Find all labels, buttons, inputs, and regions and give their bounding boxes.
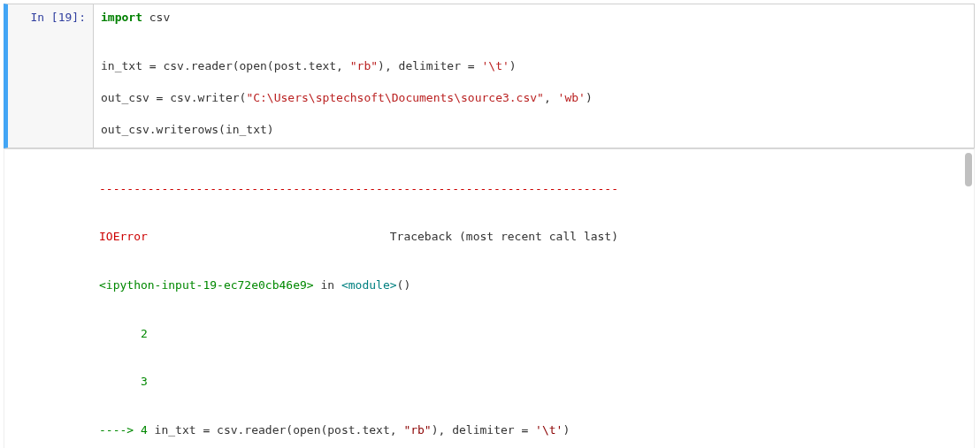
line-code: ), delimiter =	[432, 423, 535, 437]
line-code	[148, 375, 155, 388]
frame-in: in	[314, 278, 341, 292]
line-code: in_txt = csv.reader(open(post.text,	[148, 423, 404, 437]
line-number: 3	[99, 375, 148, 388]
line-string: '\t'	[535, 423, 563, 437]
line-code: )	[563, 423, 570, 437]
line-string: "rb"	[403, 423, 431, 437]
frame-parens: ()	[397, 278, 411, 292]
code-token: csv	[142, 11, 170, 24]
code-string: "rb"	[350, 59, 378, 72]
frame-location: <ipython-input-19-ec72e0cb46e9>	[99, 278, 314, 292]
traceback-dash: ----------------------------------------…	[99, 182, 618, 195]
code-token: ), delimiter =	[378, 59, 481, 72]
input-prompt: In [19]:	[8, 4, 93, 148]
scrollbar[interactable]	[963, 153, 972, 449]
output-prompt-space	[4, 149, 94, 449]
frame-module: <module>	[341, 278, 397, 292]
output-cell: ----------------------------------------…	[4, 148, 975, 449]
code-token: )	[509, 59, 517, 72]
line-code	[148, 327, 155, 340]
scrollbar-thumb[interactable]	[965, 153, 972, 186]
code-string: '\t'	[481, 59, 509, 72]
code-string: "C:\Users\sptechsoft\Documents\source3.c…	[246, 91, 544, 104]
code-editor[interactable]: import csv in_txt = csv.reader(open(post…	[93, 4, 974, 148]
prompt-label: In [19]:	[30, 11, 86, 24]
code-cell[interactable]: In [19]: import csv in_txt = csv.reader(…	[4, 4, 975, 148]
code-token: )	[586, 91, 593, 104]
line-number: 2	[99, 327, 148, 340]
error-name: IOError	[99, 230, 148, 243]
code-token: out_csv.writerows(in_txt)	[101, 123, 274, 136]
code-token: ,	[544, 91, 558, 104]
code-token: in_txt = csv.reader(open(post.text,	[101, 59, 350, 72]
output-area[interactable]: ----------------------------------------…	[94, 149, 974, 449]
code-token: out_csv = csv.writer(	[101, 91, 246, 104]
code-string: 'wb'	[558, 91, 586, 104]
traceback-header: Traceback (most recent call last)	[148, 230, 618, 243]
code-token: import	[101, 11, 142, 24]
arrow-marker: ----> 4	[99, 423, 148, 437]
